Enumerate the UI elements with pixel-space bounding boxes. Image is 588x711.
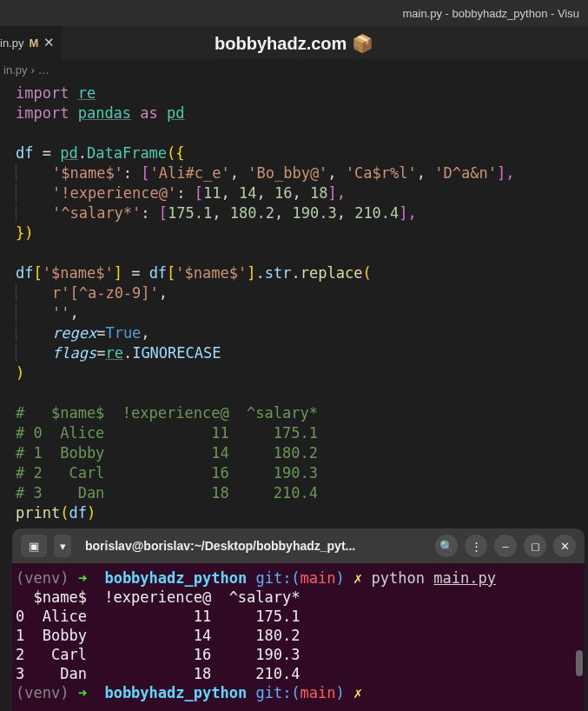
chevron-right-icon: › bbox=[30, 63, 34, 76]
terminal-output: 3 Dan 18 210.4 bbox=[16, 665, 301, 682]
ref-pd: pd bbox=[60, 144, 77, 162]
terminal-new-tab-button[interactable]: ▣ bbox=[21, 535, 47, 557]
terminal-titlebar[interactable]: ▣ ▾ borislav@borislav:~/Desktop/bobbyhad… bbox=[12, 528, 585, 563]
alias-pd: pd bbox=[167, 104, 184, 122]
box-icon: 📦 bbox=[352, 34, 373, 53]
terminal-dropdown-button[interactable]: ▾ bbox=[54, 535, 71, 557]
comment-line: # $name$ !experience@ ^salary* bbox=[16, 404, 318, 422]
breadcrumb[interactable]: in.py › … bbox=[0, 59, 588, 80]
comment-line: # 0 Alice 11 175.1 bbox=[16, 424, 318, 442]
tab-bar: in.py M ✕ bobbyhadz.com 📦 bbox=[0, 26, 588, 59]
fn-print: print bbox=[16, 504, 60, 522]
minimize-icon[interactable]: – bbox=[494, 535, 517, 557]
terminal-output: 0 Alice 11 175.1 bbox=[16, 608, 301, 625]
banner: bobbyhadz.com 📦 bbox=[0, 33, 588, 54]
terminal-title: borislav@borislav:~/Desktop/bobbyhadz_py… bbox=[78, 539, 428, 553]
comment-line: # 1 Bobby 14 180.2 bbox=[16, 444, 318, 462]
banner-text: bobbyhadz.com bbox=[215, 34, 347, 53]
terminal-output: 1 Bobby 14 180.2 bbox=[16, 627, 301, 644]
keyword-import: import bbox=[16, 104, 69, 122]
module-pandas: pandas bbox=[78, 104, 131, 122]
maximize-icon[interactable]: ◻ bbox=[524, 535, 546, 557]
terminal-output: 2 Carl 16 190.3 bbox=[16, 646, 301, 663]
module-re: re bbox=[78, 84, 96, 102]
terminal-window: ▣ ▾ borislav@borislav:~/Desktop/bobbyhad… bbox=[12, 528, 585, 711]
terminal-output: $name$ !experience@ ^salary* bbox=[16, 588, 301, 606]
window-title: main.py - bobbyhadz_python - Visu bbox=[402, 7, 579, 20]
terminal-body[interactable]: (venv) ➜ bobbyhadz_python git:(main) ✗ p… bbox=[12, 563, 585, 708]
breadcrumb-more[interactable]: … bbox=[38, 63, 50, 76]
var-df: df bbox=[16, 144, 33, 162]
title-bar: main.py - bobbyhadz_python - Visu bbox=[0, 0, 588, 26]
code-editor[interactable]: import re import pandas as pd df = pd.Da… bbox=[0, 80, 588, 527]
comment-line: # 3 Dan 18 210.4 bbox=[16, 484, 318, 502]
keyword-as: as bbox=[140, 104, 157, 122]
keyword-import: import bbox=[16, 84, 69, 102]
comment-line: # 2 Carl 16 190.3 bbox=[16, 464, 318, 482]
breadcrumb-file[interactable]: in.py bbox=[3, 63, 27, 76]
terminal-scrollbar[interactable] bbox=[576, 650, 583, 676]
close-icon[interactable]: ✕ bbox=[553, 535, 576, 557]
search-icon[interactable]: 🔍 bbox=[435, 535, 458, 557]
menu-icon[interactable]: ⋮ bbox=[465, 535, 487, 557]
class-dataframe: DataFrame bbox=[87, 144, 167, 162]
